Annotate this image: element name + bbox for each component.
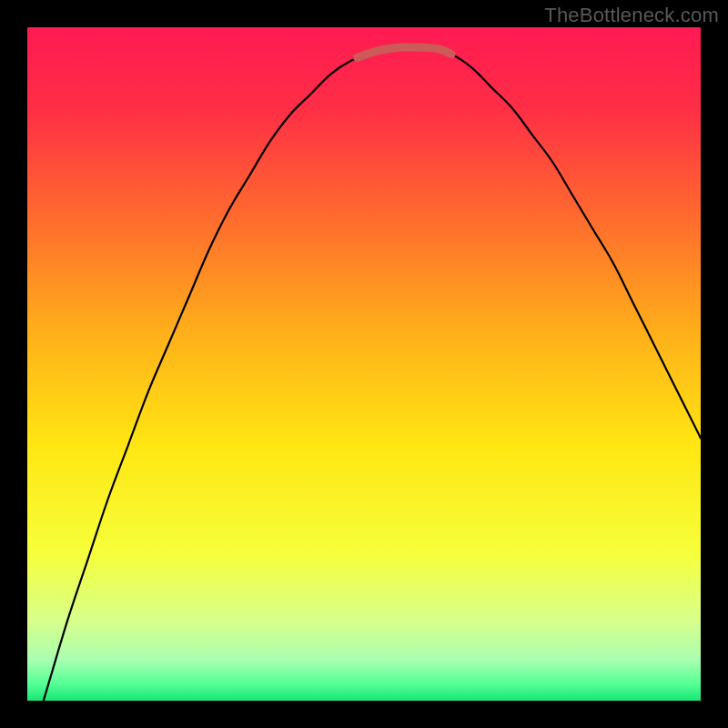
- watermark-text: TheBottleneck.com: [544, 4, 719, 27]
- optimal-highlight-segment: [358, 47, 452, 57]
- curve-layer: [27, 27, 701, 701]
- plot-area: [27, 27, 701, 701]
- chart-frame: TheBottleneck.com: [0, 0, 728, 728]
- bottleneck-curve: [27, 47, 701, 701]
